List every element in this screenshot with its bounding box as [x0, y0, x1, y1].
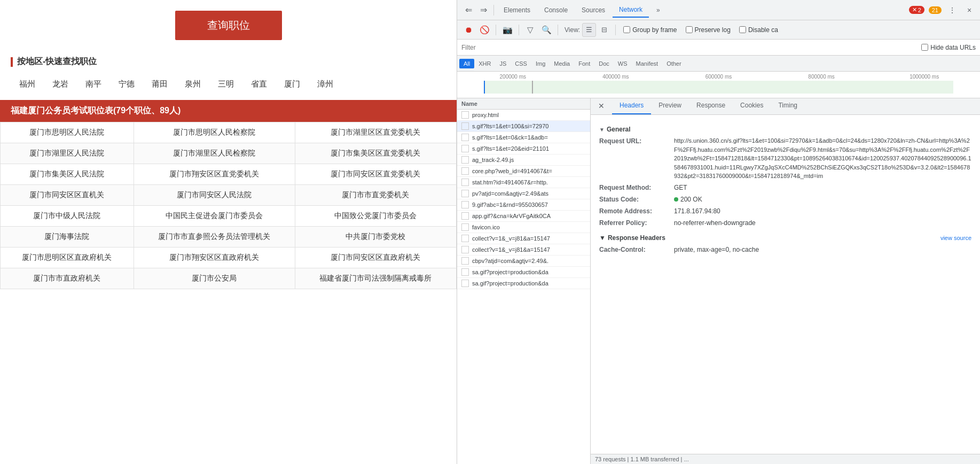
request-row[interactable]: core.php?web_id=4914067&t= [457, 166, 590, 177]
hide-data-urls-checkbox[interactable] [921, 44, 928, 51]
table-cell[interactable]: 厦门市同安区区直机关 [1, 185, 134, 206]
request-checkbox [461, 257, 469, 265]
view-waterfall-btn[interactable]: ⊟ [597, 23, 611, 37]
tab-elements[interactable]: Elements [497, 3, 537, 17]
table-cell[interactable]: 中共厦门市委党校 [295, 227, 456, 248]
table-cell[interactable]: 厦门市集美区人民法院 [1, 164, 134, 185]
status-code-key: Status Code: [599, 195, 674, 204]
table-cell[interactable]: 厦门市市直党委机关 [295, 185, 456, 206]
request-row[interactable]: s.gif?lts=1&et=20&eid=21101 [457, 143, 590, 154]
city-link-2[interactable]: 南平 [77, 77, 110, 91]
table-cell[interactable]: 厦门市同安区人民法院 [134, 185, 295, 206]
type-filter-css[interactable]: CSS [511, 59, 531, 68]
type-filter-img[interactable]: Img [531, 59, 550, 68]
table-cell[interactable]: 厦门市市直参照公务员法管理机关 [134, 227, 295, 248]
type-filter-all[interactable]: All [459, 59, 474, 68]
request-row[interactable]: 9.gif?abc=1&rnd=955030657 [457, 199, 590, 211]
city-link-5[interactable]: 泉州 [176, 77, 209, 91]
devtools-forward-btn[interactable]: ⇒ [476, 3, 490, 17]
table-cell[interactable]: 厦门市思明区区直政府机关 [1, 248, 134, 268]
request-method-val: GET [674, 183, 971, 192]
view-source-link[interactable]: view source [940, 235, 971, 241]
city-link-7[interactable]: 省直 [242, 77, 276, 91]
request-row[interactable]: favicon.ico [457, 222, 590, 233]
tab-console[interactable]: Console [538, 3, 574, 17]
type-filter-doc[interactable]: Doc [594, 59, 614, 68]
table-cell[interactable]: 厦门市同安区区直党委机关 [295, 164, 456, 185]
table-cell[interactable]: 厦门市集美区区直党委机关 [295, 143, 456, 164]
type-filter-xhr[interactable]: XHR [474, 59, 495, 68]
hide-data-urls: Hide data URLs [921, 44, 976, 51]
request-row[interactable]: ag_track-2.49.js [457, 154, 590, 166]
group-by-frame-label[interactable]: Group by frame [620, 26, 680, 34]
devtools-back-btn[interactable]: ⇐ [461, 3, 475, 17]
tab-sources[interactable]: Sources [575, 3, 611, 17]
request-row[interactable]: s.gif?lts=1&et=100&si=72970 [457, 121, 590, 132]
city-link-8[interactable]: 厦门 [276, 77, 309, 91]
table-cell[interactable]: 厦门市中级人民法院 [1, 206, 134, 227]
preserve-log-label[interactable]: Preserve log [683, 26, 734, 34]
request-row[interactable]: proxy.html [457, 110, 590, 121]
type-filter-manifest[interactable]: Manifest [632, 59, 663, 68]
request-row[interactable]: collect?v=1&_v=j81&a=15147 [457, 233, 590, 244]
request-row[interactable]: sa.gif?project=production&da [457, 278, 590, 289]
request-url-val[interactable]: http://s.union.360.cn/s.gif?lts=1&et=100… [674, 136, 971, 181]
type-filter-ws[interactable]: WS [614, 59, 632, 68]
request-row[interactable]: stat.htm?id=4914067&r=http. [457, 177, 590, 188]
devtools-more-btn[interactable]: ⋮ [946, 4, 959, 17]
city-link-6[interactable]: 三明 [209, 77, 242, 91]
table-cell[interactable]: 厦门市公安局 [134, 268, 295, 289]
request-row[interactable]: app.gif?&cna=kArVFgAitk0CA [457, 211, 590, 222]
search-btn[interactable]: 🔍 [539, 23, 553, 37]
table-cell[interactable]: 厦门市市直政府机关 [1, 268, 134, 289]
disable-cache-checkbox[interactable] [739, 26, 746, 33]
request-row[interactable]: sa.gif?project=production&da [457, 267, 590, 278]
detail-tab-cookies[interactable]: Cookies [733, 98, 771, 114]
table-cell[interactable]: 厦门海事法院 [1, 227, 134, 248]
type-filter-other[interactable]: Other [662, 59, 686, 68]
type-filter-media[interactable]: Media [550, 59, 574, 68]
type-filter-js[interactable]: JS [495, 59, 511, 68]
table-cell[interactable]: 厦门市湖里区区直党委机关 [295, 122, 456, 143]
disable-cache-label[interactable]: Disable ca [736, 26, 781, 34]
table-cell[interactable]: 厦门市湖里区人民法院 [1, 143, 134, 164]
table-cell[interactable]: 厦门市思明区人民检察院 [134, 122, 295, 143]
camera-btn[interactable]: 📷 [500, 23, 514, 37]
city-link-3[interactable]: 宁德 [110, 77, 143, 91]
request-name: collect?v=1&_v=j81&a=15147 [472, 235, 550, 242]
filter-btn[interactable]: ▽ [523, 23, 537, 37]
request-row[interactable]: cbpv?atjd=com&agtjv=2.49&. [457, 256, 590, 267]
detail-tab-response[interactable]: Response [689, 98, 733, 114]
detail-tab-headers[interactable]: Headers [612, 98, 651, 114]
detail-tab-timing[interactable]: Timing [771, 98, 805, 114]
request-row[interactable]: pv?atjd=com&agtjv=2.49&ats [457, 188, 590, 199]
table-cell[interactable]: 中国民主促进会厦门市委员会 [134, 206, 295, 227]
preserve-log-checkbox[interactable] [686, 26, 693, 33]
detail-tab-close-icon[interactable]: ✕ [591, 98, 612, 114]
type-filter-font[interactable]: Font [574, 59, 594, 68]
table-cell[interactable]: 厦门市翔安区区直党委机关 [134, 164, 295, 185]
city-link-1[interactable]: 龙岩 [44, 77, 77, 91]
view-list-btn[interactable]: ☰ [582, 23, 596, 37]
table-cell[interactable]: 厦门市思明区人民法院 [1, 122, 134, 143]
table-cell[interactable]: 厦门市湖里区人民检察院 [134, 143, 295, 164]
table-cell[interactable]: 厦门市同安区区直政府机关 [295, 248, 456, 268]
tab-more[interactable]: » [650, 3, 667, 17]
table-cell[interactable]: 福建省厦门市司法强制隔离戒毒所 [295, 268, 456, 289]
request-row[interactable]: s.gif?lts=1&et=0&ck=1&adb= [457, 132, 590, 143]
request-method-row: Request Method: GET [599, 183, 971, 192]
clear-btn[interactable]: 🚫 [477, 23, 491, 37]
table-cell[interactable]: 中国致公党厦门市委员会 [295, 206, 456, 227]
group-by-frame-checkbox[interactable] [623, 26, 630, 33]
query-button[interactable]: 查询职位 [175, 11, 282, 40]
table-cell[interactable]: 厦门市翔安区区直政府机关 [134, 248, 295, 268]
detail-tab-preview[interactable]: Preview [651, 98, 689, 114]
tab-network[interactable]: Network [613, 3, 649, 18]
devtools-close-btn[interactable]: × [963, 4, 976, 17]
record-btn[interactable]: ⏺ [461, 23, 475, 37]
filter-input[interactable] [461, 44, 913, 51]
city-link-9[interactable]: 漳州 [309, 77, 342, 91]
city-link-4[interactable]: 莆田 [143, 77, 176, 91]
request-row[interactable]: collect?v=1&_v=j81&a=15147 [457, 244, 590, 256]
city-link-0[interactable]: 福州 [11, 77, 44, 91]
